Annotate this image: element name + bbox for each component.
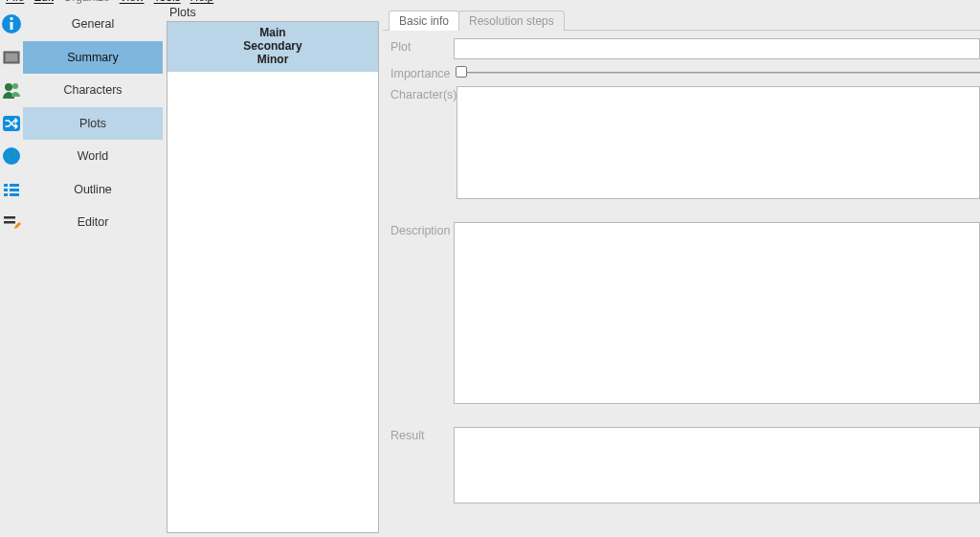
menu-tools[interactable]: Tools (154, 0, 181, 4)
plot-category-header: Main Secondary Minor (167, 22, 378, 72)
svg-rect-15 (4, 216, 15, 219)
sidebar-item-general[interactable]: General (23, 8, 163, 41)
description-box[interactable] (454, 222, 980, 404)
result-box[interactable] (454, 427, 980, 503)
label-characters: Character(s) (390, 86, 457, 101)
slider-handle[interactable] (456, 66, 467, 78)
slider-track-line (463, 72, 980, 74)
label-importance: Importance (390, 65, 454, 80)
svg-rect-11 (4, 189, 8, 191)
info-circle-icon (0, 8, 23, 41)
svg-point-6 (12, 83, 18, 89)
sidebar-item-characters[interactable]: Characters (23, 74, 163, 107)
menubar: File Edit Organize View Tools Help (0, 0, 980, 8)
svg-rect-13 (4, 193, 8, 196)
svg-rect-2 (11, 22, 13, 30)
menu-organize[interactable]: Organize (63, 0, 110, 4)
label-description: Description (390, 222, 454, 237)
tab-resolution-steps[interactable]: Resolution steps (458, 11, 565, 31)
label-result: Result (390, 427, 454, 442)
plots-panel-title: Plots (167, 6, 379, 21)
app-body: General Summary Characters Plots World O… (0, 8, 980, 537)
plot-name-input[interactable] (454, 38, 980, 59)
svg-rect-16 (4, 221, 15, 224)
characters-people-icon (0, 74, 23, 107)
characters-box[interactable] (457, 86, 980, 199)
plot-category-secondary[interactable]: Secondary (167, 39, 378, 53)
sidebar-item-world[interactable]: World (23, 140, 163, 173)
sidebar-item-outline[interactable]: Outline (23, 173, 163, 207)
tab-basic-info[interactable]: Basic info (389, 11, 459, 31)
svg-rect-4 (6, 54, 17, 61)
importance-slider[interactable] (454, 65, 980, 78)
svg-point-5 (5, 83, 12, 91)
svg-rect-9 (4, 184, 8, 187)
plot-category-main[interactable]: Main (167, 26, 378, 39)
sidebar-item-plots[interactable]: Plots (23, 107, 163, 141)
svg-rect-10 (10, 184, 19, 187)
svg-rect-12 (10, 189, 19, 191)
nav-sidebar: General Summary Characters Plots World O… (23, 8, 163, 537)
menu-file[interactable]: File (6, 0, 24, 4)
nav-icon-strip (0, 8, 23, 537)
plot-category-minor[interactable]: Minor (167, 53, 378, 66)
outline-list-icon (0, 173, 23, 207)
globe-icon (0, 140, 23, 173)
plot-detail-panel: Basic info Resolution steps Plot Importa… (383, 8, 980, 537)
menu-help[interactable]: Help (190, 0, 214, 4)
plots-list[interactable]: Main Secondary Minor (167, 21, 379, 533)
menu-edit[interactable]: Edit (33, 0, 54, 4)
sidebar-item-summary[interactable]: Summary (23, 41, 163, 75)
svg-rect-14 (10, 193, 19, 196)
summary-page-icon (0, 41, 23, 75)
label-plot: Plot (390, 38, 454, 54)
plots-column: Plots Main Secondary Minor (163, 8, 383, 537)
detail-tabs: Basic info Resolution steps (389, 10, 980, 30)
tab-body-basic-info: Plot Importance Character(s) Description (383, 30, 980, 537)
shuffle-arrows-icon (0, 107, 23, 141)
editor-pencil-icon (0, 206, 23, 239)
menu-view[interactable]: View (120, 0, 145, 4)
svg-rect-1 (11, 17, 13, 20)
sidebar-item-editor[interactable]: Editor (23, 206, 163, 239)
